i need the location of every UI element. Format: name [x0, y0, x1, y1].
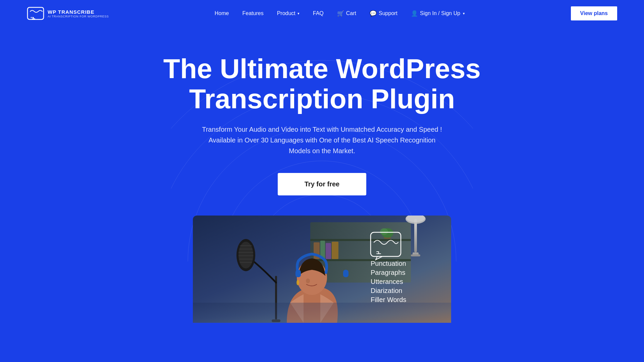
svg-text:Punctuation: Punctuation — [371, 260, 406, 267]
nav-support[interactable]: 💬 Support — [370, 10, 397, 17]
logo-icon — [27, 5, 44, 22]
logo-subtitle: AI TRANSCRIPTION FOR WORDPRESS — [48, 15, 109, 18]
view-plans-button[interactable]: View plans — [571, 6, 617, 20]
try-for-free-button[interactable]: Try for free — [278, 173, 366, 195]
svg-rect-22 — [411, 254, 420, 256]
svg-rect-9 — [310, 239, 411, 241]
svg-text:Utterances: Utterances — [371, 278, 403, 285]
svg-point-1 — [31, 17, 32, 18]
signin-chevron-icon: ▾ — [463, 11, 465, 16]
support-icon: 💬 — [370, 10, 377, 17]
product-chevron-icon: ▾ — [298, 11, 300, 16]
nav-faq[interactable]: FAQ — [313, 10, 324, 16]
svg-text:Paragraphs: Paragraphs — [371, 269, 405, 276]
svg-rect-44 — [193, 303, 451, 323]
svg-rect-35 — [343, 270, 348, 277]
logo-title: WP TRANSCRIBE — [48, 9, 109, 15]
logo-text: WP TRANSCRIBE AI TRANSCRIPTION FOR WORDP… — [48, 9, 109, 18]
svg-rect-14 — [332, 242, 338, 259]
cart-icon: 🛒 — [337, 10, 344, 17]
svg-rect-0 — [28, 7, 44, 19]
main-nav: Home Features Product ▾ FAQ 🛒 Cart 💬 Sup… — [215, 10, 465, 17]
nav-features[interactable]: Features — [242, 10, 263, 16]
hero-subtitle: Transform Your Audio and Video into Text… — [201, 124, 443, 156]
logo[interactable]: WP TRANSCRIBE AI TRANSCRIPTION FOR WORDP… — [27, 5, 109, 22]
svg-point-37 — [297, 280, 299, 285]
svg-point-17 — [380, 228, 388, 235]
nav-signin[interactable]: 👤 Sign In / Sign Up ▾ — [411, 10, 465, 17]
nav-home[interactable]: Home — [215, 10, 229, 16]
podcast-scene-svg: Punctuation Paragraphs Utterances Diariz… — [193, 216, 451, 323]
svg-rect-13 — [326, 243, 331, 259]
svg-text:Filler Words: Filler Words — [371, 296, 406, 303]
svg-point-36 — [306, 279, 310, 283]
hero-section: The Ultimate WordPress Transcription Plu… — [0, 27, 644, 324]
svg-text:Diarization: Diarization — [371, 287, 402, 294]
user-icon: 👤 — [411, 10, 418, 17]
svg-rect-34 — [296, 270, 301, 277]
hero-title: The Ultimate WordPress Transcription Plu… — [138, 54, 506, 114]
navbar: WP TRANSCRIBE AI TRANSCRIPTION FOR WORDP… — [0, 0, 644, 27]
hero-image: Punctuation Paragraphs Utterances Diariz… — [193, 216, 451, 324]
nav-product[interactable]: Product ▾ — [277, 10, 300, 16]
nav-cart[interactable]: 🛒 Cart — [337, 10, 356, 17]
